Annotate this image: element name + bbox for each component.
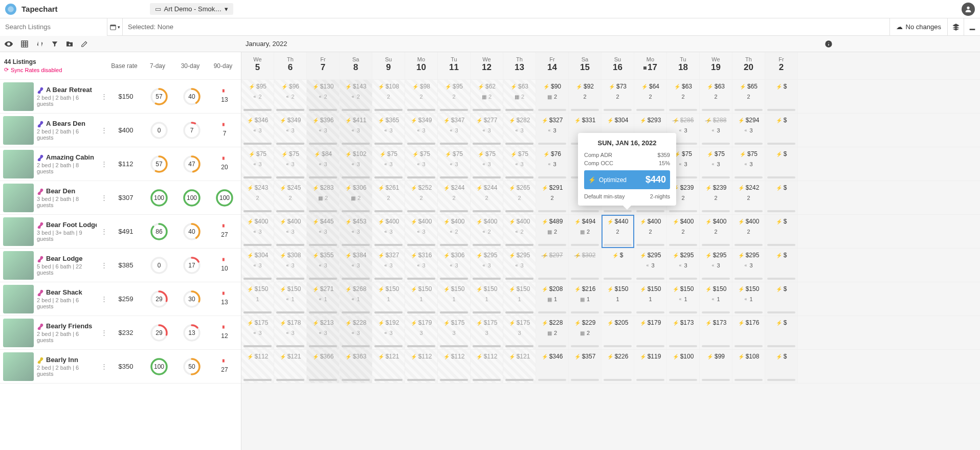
download-button[interactable] <box>964 18 980 35</box>
rate-cell[interactable]: ⚡$453 «3 <box>340 215 372 248</box>
folder-add-button[interactable] <box>65 40 74 48</box>
more-button[interactable]: ⋮ <box>99 261 109 269</box>
rate-cell[interactable]: ⚡$244 2 <box>438 181 471 214</box>
rate-cell[interactable]: ⚡$150 «1 <box>700 282 732 316</box>
rate-cell[interactable]: ⚡$75 «3 <box>471 147 503 181</box>
rate-cell[interactable]: ⚡$112 <box>405 350 438 383</box>
rate-cell[interactable]: ⚡$95 «2 <box>241 80 274 113</box>
day-header[interactable]: Tu 18 <box>667 52 700 79</box>
rate-cell[interactable]: ⚡$119 <box>634 350 667 383</box>
rate-cell[interactable]: ⚡$213 «3 <box>307 316 340 349</box>
more-button[interactable]: ⋮ <box>99 363 109 370</box>
rate-cell[interactable]: ⚡$95 2 <box>438 80 471 113</box>
rate-cell[interactable]: ⚡$63 2 <box>503 80 536 113</box>
rate-cell[interactable]: ⚡$384 «3 <box>340 249 372 282</box>
rate-cell[interactable]: ⚡$245 2 <box>274 181 307 214</box>
rate-cell[interactable]: ⚡$205 <box>602 316 634 349</box>
rate-cell[interactable]: ⚡$150 «1 <box>274 282 307 316</box>
day-header[interactable]: Su 9 <box>372 52 405 79</box>
day-header[interactable]: Fr 7 <box>307 52 340 79</box>
rate-cell[interactable]: ⚡$489 2 <box>536 215 569 248</box>
more-button[interactable]: ⋮ <box>99 93 109 100</box>
rate-cell[interactable]: ⚡$102 «3 <box>340 147 372 181</box>
rate-cell[interactable]: ⚡$ <box>765 114 798 147</box>
filter-button[interactable] <box>51 40 58 48</box>
rate-cell[interactable]: ⚡$294 «3 <box>732 114 765 147</box>
day-header[interactable]: Sa 8 <box>340 52 372 79</box>
rate-cell[interactable]: ⚡$268 «1 <box>340 282 372 316</box>
rate-cell[interactable]: ⚡$192 «3 <box>372 316 405 349</box>
rate-cell[interactable]: ⚡$357 <box>569 350 602 383</box>
rate-cell[interactable]: ⚡$288 «3 <box>700 114 732 147</box>
rate-cell[interactable]: ⚡$282 «3 <box>503 114 536 147</box>
rate-cell[interactable]: ⚡$ <box>765 181 798 214</box>
more-button[interactable]: ⋮ <box>99 194 109 201</box>
rate-cell[interactable]: ⚡$365 «3 <box>372 114 405 147</box>
90day-header[interactable]: 90-day <box>207 62 239 70</box>
listing-row[interactable]: Bear Den 3 bed | 2 bath | 8 guests ⋮ $30… <box>0 181 241 215</box>
rate-cell[interactable]: ⚡$150 «1 <box>732 282 765 316</box>
rate-cell[interactable]: ⚡$121 <box>274 350 307 383</box>
rate-cell[interactable]: ⚡$304 «3 <box>241 249 274 282</box>
sort-button[interactable] <box>36 40 44 48</box>
rate-cell[interactable]: ⚡$283 2 <box>307 181 340 214</box>
listing-row[interactable]: Bear Shack 2 bed | 2 bath | 6 guests ⋮ $… <box>0 282 241 316</box>
rate-cell[interactable]: ⚡$400 «2 <box>503 215 536 248</box>
rate-cell[interactable]: ⚡$76 «3 <box>536 147 569 181</box>
rate-cell[interactable]: ⚡$63 2 <box>700 80 732 113</box>
rate-cell[interactable]: ⚡$244 2 <box>471 181 503 214</box>
rate-cell[interactable]: ⚡$349 «3 <box>405 114 438 147</box>
rate-cell[interactable]: ⚡$295 «3 <box>667 249 700 282</box>
rate-cell[interactable]: ⚡$396 «3 <box>307 114 340 147</box>
rate-cell[interactable]: ⚡$400 «2 <box>438 215 471 248</box>
search-input[interactable] <box>0 18 107 36</box>
rate-cell[interactable]: ⚡$295 «3 <box>503 249 536 282</box>
rate-cell[interactable]: ⚡$121 <box>372 350 405 383</box>
rate-cell[interactable]: ⚡$239 2 <box>700 181 732 214</box>
day-header[interactable]: Fr 14 <box>536 52 569 79</box>
30day-header[interactable]: 30-day <box>174 62 207 70</box>
rate-cell[interactable]: ⚡$112 <box>471 350 503 383</box>
rate-cell[interactable]: ⚡$ <box>602 249 634 282</box>
listing-row[interactable]: A Bears Den 2 bed | 2 bath | 6 guests ⋮ … <box>0 114 241 147</box>
rate-cell[interactable]: ⚡$62 2 <box>471 80 503 113</box>
rate-cell[interactable]: ⚡$112 <box>438 350 471 383</box>
day-header[interactable]: We 5 <box>241 52 274 79</box>
rate-cell[interactable]: ⚡$208 1 <box>536 282 569 316</box>
rate-cell[interactable]: ⚡$ <box>765 147 798 181</box>
more-button[interactable]: ⋮ <box>99 126 109 134</box>
rate-cell[interactable]: ⚡$150 1 <box>634 282 667 316</box>
rate-cell[interactable]: ⚡$75 «3 <box>503 147 536 181</box>
rate-cell[interactable]: ⚡$175 3 <box>471 316 503 349</box>
day-header[interactable]: Tu 11 <box>438 52 471 79</box>
rate-cell[interactable]: ⚡$99 <box>700 350 732 383</box>
rate-cell[interactable]: ⚡$242 2 <box>732 181 765 214</box>
day-header[interactable]: We 12 <box>471 52 503 79</box>
rate-cell[interactable]: ⚡$75 «3 <box>274 147 307 181</box>
rate-cell[interactable]: ⚡$179 <box>634 316 667 349</box>
rate-cell[interactable]: ⚡$252 2 <box>405 181 438 214</box>
date-picker-button[interactable]: ▾ <box>107 18 123 35</box>
listing-row[interactable]: Amazing Cabin 2 bed | 2 bath | 8 guests … <box>0 147 241 181</box>
rate-cell[interactable]: ⚡$150 1 <box>438 282 471 316</box>
rate-cell[interactable]: ⚡$121 <box>503 350 536 383</box>
rate-cell[interactable]: ⚡$400 «2 <box>471 215 503 248</box>
rate-cell[interactable]: ⚡$ <box>765 80 798 113</box>
calendar-grid[interactable]: We 5Th 6Fr 7Sa 8Su 9Mo 10Tu 11We 12Th <box>241 52 980 450</box>
day-header[interactable]: Th 6 <box>274 52 307 79</box>
rate-cell[interactable]: ⚡$306 2 <box>340 181 372 214</box>
rate-cell[interactable]: ⚡$228 «3 <box>340 316 372 349</box>
day-header[interactable]: Mo 17 <box>634 52 667 79</box>
rate-cell[interactable]: ⚡$75 «3 <box>700 147 732 181</box>
rate-cell[interactable]: ⚡$73 2 <box>602 80 634 113</box>
rate-cell[interactable]: ⚡$75 «3 <box>241 147 274 181</box>
rate-cell[interactable]: ⚡$150 1 <box>602 282 634 316</box>
rate-cell[interactable]: ⚡$355 «3 <box>307 249 340 282</box>
rate-cell[interactable]: ⚡$349 «3 <box>274 114 307 147</box>
rate-cell[interactable]: ⚡$297 <box>536 249 569 282</box>
day-header[interactable]: We 19 <box>700 52 732 79</box>
rate-cell[interactable]: ⚡$179 3 <box>405 316 438 349</box>
edit-button[interactable] <box>81 40 88 48</box>
rate-cell[interactable]: ⚡$295 «3 <box>732 249 765 282</box>
rate-cell[interactable]: ⚡$400 2 <box>634 215 667 248</box>
